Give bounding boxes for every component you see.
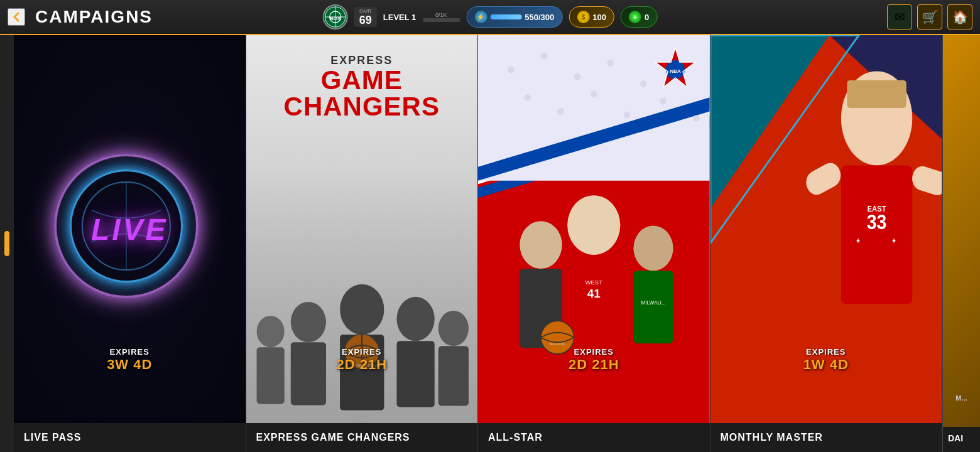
live-text: LIVE xyxy=(91,212,168,247)
monthly-name: MONTHLY MASTER xyxy=(721,432,932,443)
coin-icon: $ xyxy=(577,11,589,23)
monthly-expires-overlay: EXPIRES 1W 4D xyxy=(803,347,849,373)
svg-point-34 xyxy=(525,94,531,101)
xp-bar xyxy=(422,18,460,22)
cash-stat: + 0 xyxy=(621,6,657,28)
home-icon: 🏠 xyxy=(952,9,968,24)
svg-rect-60 xyxy=(841,165,912,304)
express-title-area: EXPRESS GAME CHANGERS xyxy=(246,54,478,120)
home-button[interactable]: 🏠 xyxy=(947,4,972,30)
svg-text:WEST: WEST xyxy=(585,279,603,286)
svg-text:BOS: BOS xyxy=(330,16,341,21)
mail-icon: ✉ xyxy=(895,9,905,24)
shop-button[interactable]: 🛒 xyxy=(917,4,942,30)
mail-button[interactable]: ✉ xyxy=(887,4,912,30)
express-main-title: GAME CHANGERS xyxy=(246,67,478,120)
svg-text:EAST: EAST xyxy=(867,205,886,214)
main-content: LIVE EXPIRES 3W 4D LIVE PASS EXPRESS xyxy=(0,35,980,452)
svg-point-50 xyxy=(633,225,673,271)
svg-point-29 xyxy=(541,53,548,60)
level-box: LEVEL 1 xyxy=(383,13,416,22)
campaigns-list: LIVE EXPIRES 3W 4D LIVE PASS EXPRESS xyxy=(14,35,980,452)
ovr-box: OVR 69 xyxy=(354,7,377,27)
live-pass-image: LIVE EXPIRES 3W 4D xyxy=(14,35,246,423)
svg-point-44 xyxy=(567,195,620,255)
monthly-expires-value: 1W 4D xyxy=(803,357,849,373)
live-pass-name: LIVE PASS xyxy=(24,432,236,443)
monthly-image: 33 EAST ★ ★ EXPIRES 1W 4D xyxy=(710,35,942,423)
svg-point-10 xyxy=(290,302,325,342)
express-expires-overlay: EXPIRES 2D 21H xyxy=(336,347,387,373)
action-icons: ✉ 🛒 🏠 xyxy=(887,4,972,30)
campaign-card-allstar[interactable]: NBA 41 WEST xyxy=(478,35,710,452)
back-button[interactable] xyxy=(8,8,25,26)
allstar-image: NBA 41 WEST xyxy=(478,35,710,423)
allstar-expires-overlay: EXPIRES 2D 21H xyxy=(569,347,619,373)
xp-text: 0/1K xyxy=(435,12,447,18)
allstar-footer: ALL-STAR xyxy=(478,423,710,452)
ovr-value: 69 xyxy=(359,14,372,26)
svg-text:★: ★ xyxy=(856,237,861,244)
monthly-expires-label: EXPIRES xyxy=(803,347,849,357)
svg-text:41: 41 xyxy=(587,287,601,300)
express-name: EXPRESS GAME CHANGERS xyxy=(256,432,468,443)
level-value: LEVEL 1 xyxy=(383,13,416,22)
svg-point-30 xyxy=(574,73,581,80)
svg-point-14 xyxy=(256,316,284,347)
live-expires-label: EXPIRES xyxy=(107,347,152,357)
svg-point-48 xyxy=(520,221,562,269)
campaign-card-daily-partial[interactable]: M... DAI xyxy=(942,35,980,452)
live-expires-value: 3W 4D xyxy=(107,357,152,373)
team-logo: BOS xyxy=(323,4,348,30)
svg-point-31 xyxy=(607,60,614,67)
express-footer: EXPRESS GAME CHANGERS xyxy=(246,423,478,452)
energy-stat: ⚡ 550/300 xyxy=(466,6,562,28)
express-expires-label: EXPIRES xyxy=(336,347,387,357)
svg-text:MILWAU...: MILWAU... xyxy=(641,299,666,305)
energy-value: 550/300 xyxy=(525,13,554,22)
svg-text:★: ★ xyxy=(891,237,896,244)
cash-icon: + xyxy=(629,11,641,23)
svg-point-36 xyxy=(591,90,597,97)
live-logo: LIVE xyxy=(54,154,205,304)
top-bar: CAMPAIGNS BOS OVR 69 LEVEL 1 0/1K xyxy=(0,0,980,35)
svg-rect-51 xyxy=(633,271,673,343)
energy-icon: ⚡ xyxy=(474,11,487,23)
coins-value: 100 xyxy=(592,13,606,22)
svg-rect-45 xyxy=(567,255,620,347)
page-title: CAMPAIGNS xyxy=(35,7,153,27)
monthly-footer: MONTHLY MASTER xyxy=(710,423,942,452)
svg-rect-15 xyxy=(256,347,284,404)
svg-text:NBA: NBA xyxy=(670,68,681,74)
svg-rect-11 xyxy=(290,342,325,405)
side-indicator xyxy=(0,35,14,452)
svg-rect-13 xyxy=(396,341,434,407)
svg-rect-17 xyxy=(438,346,468,406)
express-image: EXPRESS GAME CHANGERS xyxy=(246,35,478,423)
svg-text:SPALDING: SPALDING xyxy=(549,342,565,346)
campaign-card-live-pass[interactable]: LIVE EXPIRES 3W 4D LIVE PASS xyxy=(14,35,246,452)
allstar-name: ALL-STAR xyxy=(488,432,700,443)
svg-point-38 xyxy=(660,97,667,104)
svg-point-32 xyxy=(640,80,647,87)
express-expires-value: 2D 21H xyxy=(336,357,387,373)
svg-point-16 xyxy=(438,311,468,346)
svg-point-8 xyxy=(340,284,384,335)
svg-point-12 xyxy=(396,297,434,341)
live-expires-overlay: EXPIRES 3W 4D xyxy=(107,347,152,373)
xp-bar-container: 0/1K xyxy=(422,12,460,22)
energy-bar xyxy=(490,14,521,19)
cash-value: 0 xyxy=(645,13,649,22)
allstar-expires-value: 2D 21H xyxy=(569,357,619,373)
coins-stat: $ 100 xyxy=(569,6,614,28)
campaign-card-express[interactable]: EXPRESS GAME CHANGERS xyxy=(246,35,479,452)
svg-rect-67 xyxy=(847,80,906,108)
svg-point-28 xyxy=(508,67,514,73)
campaign-card-monthly[interactable]: 33 EAST ★ ★ EXPIRES 1W 4D xyxy=(710,35,943,452)
cart-icon: 🛒 xyxy=(922,9,938,24)
player-stats-center: BOS OVR 69 LEVEL 1 0/1K ⚡ 550/300 xyxy=(323,4,658,30)
allstar-expires-label: EXPIRES xyxy=(569,347,619,357)
live-pass-footer: LIVE PASS xyxy=(14,423,246,452)
scroll-indicator xyxy=(4,231,9,256)
